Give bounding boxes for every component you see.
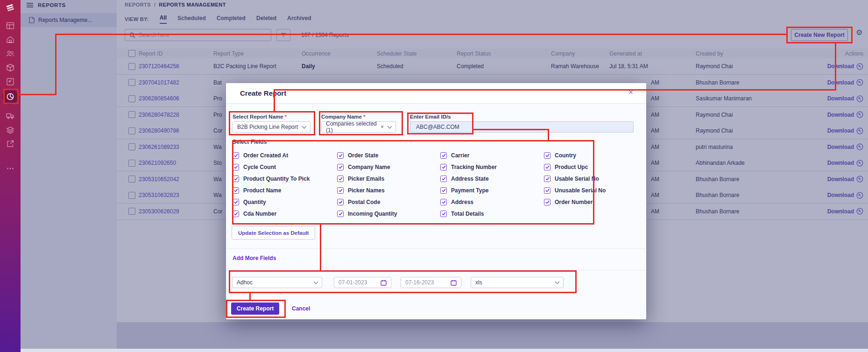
inbound-icon[interactable] — [5, 77, 15, 87]
divider — [226, 248, 646, 249]
more-dots-icon[interactable] — [5, 163, 15, 174]
report-name-select[interactable]: B2B Picking Line Report — [233, 121, 311, 133]
field-label: Company Name — [348, 164, 390, 170]
reports-pie-icon[interactable] — [5, 92, 15, 102]
field-checkbox-item[interactable]: Postal Code — [337, 199, 397, 205]
field-checkbox-item[interactable]: Address State — [440, 176, 497, 182]
field-label: Quantity — [243, 199, 266, 205]
field-label: Cda Number — [243, 211, 276, 217]
checked-checkbox[interactable] — [440, 152, 447, 159]
schedule-type-select[interactable]: Adhoc — [232, 277, 322, 288]
field-label: Incoming Quantity — [348, 211, 397, 217]
checked-checkbox[interactable] — [337, 187, 344, 194]
field-label: Unusable Serial No — [555, 187, 606, 194]
field-label: Address — [451, 199, 473, 205]
field-label: Order Created At — [243, 152, 288, 159]
field-checkbox-item[interactable]: Tracking Number — [440, 164, 497, 170]
select-fields-label: Select Fields — [233, 139, 267, 145]
field-checkbox-item[interactable]: Product Quantity To Pick — [233, 176, 310, 182]
date-from-input[interactable]: 07-01-2023 — [334, 277, 391, 288]
field-checkbox-item[interactable]: Quantity — [233, 199, 310, 205]
field-checkbox-item[interactable]: Product Upc — [544, 164, 606, 170]
field-checkbox-item[interactable]: Country — [544, 152, 606, 158]
checked-checkbox[interactable] — [544, 176, 550, 182]
checked-checkbox[interactable] — [544, 199, 550, 205]
field-label: Payment Type — [451, 187, 488, 194]
users-icon[interactable] — [5, 49, 15, 59]
checked-checkbox[interactable] — [337, 176, 344, 182]
app-logo — [5, 3, 15, 13]
close-icon[interactable]: × — [628, 88, 633, 97]
checked-checkbox[interactable] — [337, 164, 344, 170]
field-checkbox-item[interactable]: Order Created At — [233, 152, 310, 158]
field-checkbox-item[interactable]: Order Number — [544, 199, 606, 205]
modal-header: Create Report × — [226, 83, 646, 104]
field-label: Cycle Count — [243, 164, 276, 170]
checked-checkbox[interactable] — [440, 199, 447, 205]
field-label: Total Details — [451, 211, 484, 217]
field-label: Picker Emails — [348, 176, 384, 182]
field-checkbox-item[interactable]: Picker Emails — [337, 176, 397, 182]
field-checkbox-item[interactable]: Incoming Quantity — [337, 211, 397, 217]
bottom-strip — [21, 349, 868, 352]
format-select[interactable]: xls — [471, 277, 564, 288]
update-selection-default-button[interactable]: Update Selection as Default — [232, 226, 315, 239]
field-label: Postal Code — [348, 199, 380, 205]
checked-checkbox[interactable] — [233, 211, 239, 217]
email-input[interactable]: ABC@ABC.COM — [410, 121, 634, 133]
company-name-label: Company Name * — [321, 114, 366, 120]
calendar-icon[interactable] — [451, 280, 457, 286]
layers-icon[interactable] — [5, 125, 15, 135]
field-checkbox-item[interactable]: Usable Serial No — [544, 176, 606, 182]
add-more-fields-link[interactable]: Add More Fields — [233, 255, 276, 261]
create-report-button[interactable]: Create Report — [231, 303, 279, 315]
modal-title: Create Report — [240, 89, 286, 97]
checked-checkbox[interactable] — [544, 152, 550, 159]
field-checkbox-item[interactable]: Product Name — [233, 187, 310, 193]
checked-checkbox[interactable] — [440, 176, 447, 182]
field-checkbox-item[interactable]: Cycle Count — [233, 164, 310, 170]
cancel-button[interactable]: Cancel — [292, 305, 310, 312]
checked-checkbox[interactable] — [233, 164, 239, 170]
email-label: Enter Email ID/s — [410, 114, 451, 120]
warehouse-icon[interactable] — [5, 35, 15, 45]
field-checkbox-item[interactable]: Company Name — [337, 164, 397, 170]
checked-checkbox[interactable] — [544, 187, 550, 194]
field-checkbox-item[interactable]: Total Details — [440, 211, 497, 217]
field-label: Usable Serial No — [555, 176, 599, 182]
external-link-icon[interactable] — [5, 139, 15, 149]
checked-checkbox[interactable] — [337, 152, 344, 159]
field-checkbox-item[interactable]: Carrier — [440, 152, 497, 158]
dashboard-icon[interactable] — [5, 21, 15, 31]
checked-checkbox[interactable] — [233, 199, 239, 205]
divider — [226, 270, 646, 270]
field-checkbox-item[interactable]: Address — [440, 199, 497, 205]
package-icon[interactable] — [5, 63, 15, 73]
truck-icon[interactable] — [5, 111, 15, 121]
checked-checkbox[interactable] — [440, 211, 447, 217]
checked-checkbox[interactable] — [233, 176, 239, 182]
chevron-down-icon — [302, 124, 307, 129]
field-checkbox-item[interactable]: Payment Type — [440, 187, 497, 193]
checked-checkbox[interactable] — [440, 187, 447, 194]
checked-checkbox[interactable] — [337, 199, 344, 205]
checked-checkbox[interactable] — [337, 211, 344, 217]
checked-checkbox[interactable] — [440, 164, 447, 170]
field-label: Order State — [348, 152, 378, 159]
create-report-modal: Create Report × Select Report Name * B2B… — [226, 83, 646, 319]
clear-icon[interactable]: × — [381, 124, 384, 130]
field-checkbox-item[interactable]: Cda Number — [233, 211, 310, 217]
checked-checkbox[interactable] — [233, 152, 239, 159]
field-checkbox-item[interactable]: Picker Names — [337, 187, 397, 193]
field-label: Order Number — [555, 199, 593, 205]
field-label: Product Name — [243, 187, 281, 194]
field-label: Product Upc — [555, 164, 588, 170]
checked-checkbox[interactable] — [544, 164, 550, 170]
calendar-icon[interactable] — [381, 280, 387, 286]
checked-checkbox[interactable] — [233, 187, 239, 194]
field-checkbox-item[interactable]: Unusable Serial No — [544, 187, 606, 193]
date-to-input[interactable]: 07-16-2023 — [401, 277, 461, 288]
field-checkbox-item[interactable]: Order State — [337, 152, 397, 158]
company-name-select[interactable]: Companies selected (1) × — [321, 121, 396, 133]
chevron-down-icon — [314, 280, 318, 284]
